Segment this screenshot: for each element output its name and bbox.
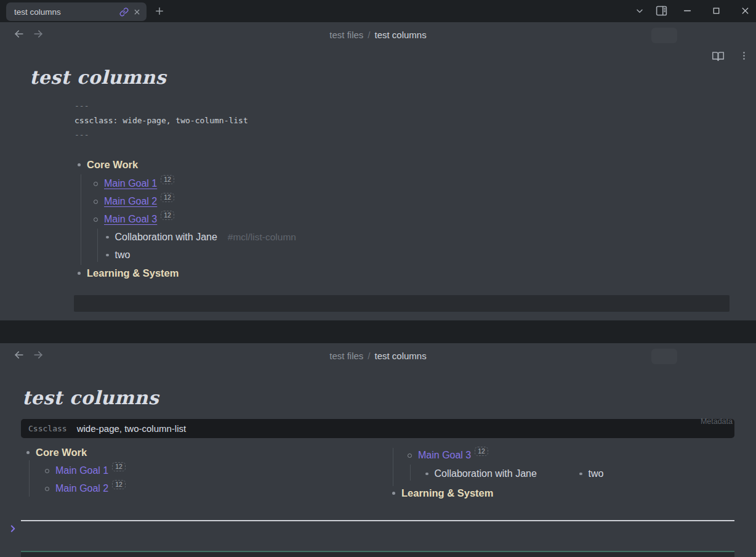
section-label: Learning & System xyxy=(87,267,179,279)
breadcrumb-folder[interactable]: test files xyxy=(329,30,363,40)
book-open-icon[interactable] xyxy=(712,50,725,63)
metadata-label: Metadata xyxy=(701,417,733,426)
bullet-icon xyxy=(94,182,98,186)
bullet-icon xyxy=(425,473,428,476)
list-item-text: Collaboration with Jane xyxy=(115,232,217,243)
list-item-text: two xyxy=(589,468,604,479)
hashtag[interactable]: #mcl/list-column xyxy=(228,232,296,243)
frontmatter-cssclass[interactable]: cssclass: wide-page, two-column-list xyxy=(74,116,248,125)
breadcrumb-folder[interactable]: test files xyxy=(329,351,363,361)
section-label: Learning & System xyxy=(401,487,493,499)
internal-link[interactable]: Main Goal 1 xyxy=(55,465,108,476)
list-item-text: two xyxy=(115,250,131,261)
bullet-icon xyxy=(106,236,109,239)
minimize-icon[interactable] xyxy=(682,5,693,17)
bullet-icon xyxy=(26,451,30,454)
tab-bar: test columns xyxy=(0,0,756,22)
bullet-icon xyxy=(78,163,81,166)
indent-guide xyxy=(97,229,98,262)
bullet-icon xyxy=(408,453,412,458)
new-tab-button[interactable] xyxy=(154,6,165,17)
breadcrumb-file[interactable]: test columns xyxy=(375,351,427,361)
list-item: Collaboration with Jane #mcl/list-column xyxy=(106,232,296,243)
bullet-icon xyxy=(106,254,109,257)
close-icon[interactable] xyxy=(740,5,750,17)
breadcrumb-file[interactable]: test columns xyxy=(375,30,427,40)
tab-list-chevron-down-icon[interactable] xyxy=(635,6,645,16)
note-title: test columns xyxy=(22,387,159,409)
list-item: Collaboration with Jane xyxy=(425,468,537,479)
list-item-section: Core Work xyxy=(26,447,87,458)
frontmatter-fence: --- xyxy=(74,130,89,139)
next-block-edge xyxy=(21,551,734,557)
pane-header: test files / test columns xyxy=(0,343,756,368)
frontmatter-fence: --- xyxy=(74,101,89,110)
indent-guide xyxy=(393,448,393,486)
link-icon xyxy=(119,7,129,17)
indent-guide xyxy=(410,465,411,481)
metadata-bar[interactable]: Cssclass wide-page, two-column-list xyxy=(21,419,734,438)
bullet-icon xyxy=(94,218,98,222)
list-item-link: Main Goal 2 12 xyxy=(45,483,126,494)
maximize-icon[interactable] xyxy=(711,5,722,17)
list-item-link: Main Goal 1 12 xyxy=(94,178,174,189)
link-count-badge: 12 xyxy=(161,193,174,202)
internal-link[interactable]: Main Goal 2 xyxy=(55,483,108,494)
tab-close-icon[interactable] xyxy=(133,8,141,16)
list-item-link: Main Goal 3 12 xyxy=(408,450,488,461)
bullet-icon xyxy=(392,492,395,495)
breadcrumb: test files / test columns xyxy=(0,343,756,368)
list-item-text: Collaboration with Jane xyxy=(435,468,537,479)
list-item-link: Main Goal 3 12 xyxy=(94,214,174,225)
link-count-badge: 12 xyxy=(161,175,174,184)
internal-link[interactable]: Main Goal 3 xyxy=(418,450,471,461)
collapse-chevron-right-icon[interactable] xyxy=(7,523,18,534)
more-options-icon[interactable] xyxy=(739,51,749,61)
tab-title: test columns xyxy=(14,7,119,17)
metadata-key: Cssclass xyxy=(28,424,67,433)
list-item-section: Learning & System xyxy=(392,487,493,499)
empty-block xyxy=(74,295,730,312)
link-count-badge: 12 xyxy=(112,480,126,489)
sidebar-toggle-icon[interactable] xyxy=(655,4,668,17)
bullet-icon xyxy=(45,487,49,491)
breadcrumb: test files / test columns xyxy=(0,22,756,47)
list-item: two xyxy=(579,468,603,479)
link-count-badge: 12 xyxy=(161,211,174,220)
bullet-icon xyxy=(45,469,49,473)
horizontal-rule xyxy=(21,520,734,521)
list-item: two xyxy=(106,250,130,261)
section-label: Core Work xyxy=(87,159,138,171)
section-label: Core Work xyxy=(36,447,87,458)
indent-guide xyxy=(29,460,30,497)
list-item-link: Main Goal 2 12 xyxy=(94,196,174,207)
internal-link[interactable]: Main Goal 1 xyxy=(104,178,157,189)
internal-link[interactable]: Main Goal 2 xyxy=(104,196,157,207)
breadcrumb-separator: / xyxy=(368,351,370,361)
link-count-badge: 12 xyxy=(475,447,488,456)
bullet-icon xyxy=(94,200,98,204)
pane-header: test files / test columns xyxy=(0,22,756,47)
note-title[interactable]: test columns xyxy=(30,67,166,88)
list-item-section: Core Work xyxy=(78,159,138,171)
breadcrumb-separator: / xyxy=(368,30,370,40)
faint-button-highlight xyxy=(651,349,677,364)
list-item-link: Main Goal 1 12 xyxy=(45,465,126,476)
indent-guide xyxy=(81,174,81,265)
tab-test-columns[interactable]: test columns xyxy=(6,2,147,21)
tab-bar: test columns xyxy=(0,320,756,343)
bullet-icon xyxy=(579,473,582,476)
link-count-badge: 12 xyxy=(112,462,126,471)
internal-link[interactable]: Main Goal 3 xyxy=(104,214,157,225)
faint-button-highlight xyxy=(651,28,677,43)
bullet-icon xyxy=(78,272,81,275)
metadata-value: wide-page, two-column-list xyxy=(77,423,187,434)
list-item-section: Learning & System xyxy=(78,267,179,279)
